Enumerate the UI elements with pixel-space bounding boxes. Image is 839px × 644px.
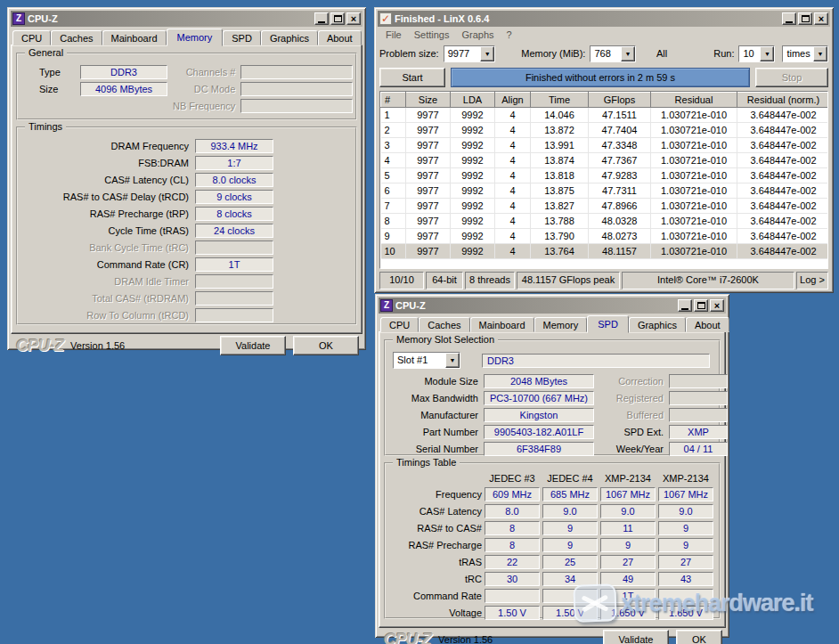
ok-button[interactable]: OK	[293, 336, 359, 355]
col-header[interactable]: LDA	[451, 93, 495, 108]
col-header[interactable]: Residual (norm.)	[737, 93, 829, 108]
validate-button[interactable]: Validate	[603, 630, 669, 644]
run-unit-select[interactable]: times ▼	[782, 45, 828, 62]
field-label: Type	[39, 67, 75, 77]
table-cell: 9977	[406, 183, 451, 199]
chevron-down-icon[interactable]: ▼	[621, 46, 635, 61]
minimize-button[interactable]	[314, 12, 329, 25]
close-button[interactable]: ×	[814, 12, 828, 25]
timings-table-group: Timings Table JEDEC #3JEDEC #4XMP-2134XM…	[384, 462, 721, 619]
col-header[interactable]: GFlops	[589, 93, 651, 108]
tab-caches[interactable]: Caches	[419, 317, 469, 332]
tab-spd[interactable]: SPD	[223, 30, 261, 45]
table-cell: 4	[495, 229, 531, 244]
menu-?[interactable]: ?	[501, 29, 518, 41]
minimize-button[interactable]	[782, 12, 796, 25]
table-cell: 48.0273	[589, 229, 651, 244]
slot-select[interactable]: Slot #1 ▼	[393, 352, 460, 369]
tab-graphics[interactable]: Graphics	[261, 30, 318, 45]
maximize-button[interactable]	[798, 12, 812, 25]
table-row[interactable]: 1099779992413.76448.11571.030721e-0103.6…	[381, 244, 829, 259]
chevron-down-icon[interactable]: ▼	[760, 46, 774, 61]
problem-size-select[interactable]: 9977 ▼	[444, 45, 496, 62]
start-button[interactable]: Start	[379, 68, 445, 87]
table-row[interactable]: 199779992414.04647.15111.030721e-0103.64…	[381, 108, 829, 123]
table-cell: 4	[495, 183, 531, 199]
tab-graphics[interactable]: Graphics	[629, 317, 686, 332]
table-row[interactable]: 799779992413.82747.89661.030721e-0103.64…	[381, 199, 829, 214]
col-header[interactable]: Residual	[651, 93, 737, 108]
timings-row-label: Voltage	[391, 607, 482, 618]
tab-memory[interactable]: Memory	[534, 317, 588, 332]
table-row[interactable]: 599779992413.81847.92831.030721e-0103.64…	[381, 168, 829, 183]
titlebar[interactable]: Z CPU-Z ×	[379, 298, 726, 314]
version-label: Version 1.56	[438, 634, 493, 644]
menu-settings[interactable]: Settings	[408, 29, 456, 41]
chevron-down-icon[interactable]: ▼	[813, 46, 827, 61]
timings-value: 685 MHz	[542, 487, 598, 501]
timings-value	[542, 589, 598, 603]
run-count-select[interactable]: 10 ▼	[738, 45, 775, 62]
tab-mainboard[interactable]: Mainboard	[470, 317, 534, 332]
maximize-button[interactable]	[330, 12, 345, 25]
problem-size-label: Problem size:	[379, 48, 439, 59]
table-cell: 3.648447e-002	[737, 229, 829, 244]
timings-row-label: RAS# Precharge	[391, 540, 482, 550]
ok-button[interactable]: OK	[676, 630, 722, 644]
close-button[interactable]: ×	[346, 12, 361, 25]
field-value: 24 clocks	[195, 224, 273, 238]
table-cell: 9	[381, 229, 406, 244]
minimize-button[interactable]	[678, 299, 692, 312]
tab-cpu[interactable]: CPU	[380, 317, 419, 332]
cpuz-app-icon: Z	[12, 12, 25, 25]
log-button[interactable]: Log >	[796, 272, 828, 289]
tab-spd[interactable]: SPD	[587, 315, 629, 333]
tab-cpu[interactable]: CPU	[12, 30, 51, 45]
window-title: CPU-Z	[28, 13, 312, 24]
memory-select[interactable]: 768 ▼	[590, 45, 636, 62]
menu-file[interactable]: File	[379, 29, 408, 41]
field-label: Channels #	[173, 67, 235, 77]
table-row[interactable]: 499779992413.87447.73671.030721e-0103.64…	[381, 153, 829, 168]
table-cell: 1.030721e-010	[651, 199, 737, 214]
table-row[interactable]: 699779992413.87547.73111.030721e-0103.64…	[381, 183, 829, 199]
timings-value: 8	[485, 538, 540, 552]
tab-caches[interactable]: Caches	[51, 30, 102, 45]
col-header[interactable]: Time	[531, 93, 589, 108]
maximize-button[interactable]	[694, 299, 708, 312]
table-cell: 2	[381, 123, 406, 138]
cpuz-memory-window: Z CPU-Z × CPUCachesMainboardMemorySPDGra…	[7, 7, 366, 350]
menu-graphs[interactable]: Graphs	[455, 29, 500, 41]
field-value	[669, 374, 728, 388]
validate-button[interactable]: Validate	[220, 336, 286, 355]
tab-about[interactable]: About	[318, 30, 362, 45]
status-segment: 8 threads	[465, 272, 515, 289]
table-row[interactable]: 999779992413.79048.02731.030721e-0103.64…	[381, 229, 829, 244]
run-count-value: 10	[739, 46, 760, 61]
titlebar[interactable]: ✓ Finished - LinX 0.6.4 ×	[378, 11, 830, 27]
table-cell: 1.030721e-010	[651, 229, 737, 244]
table-row[interactable]: 399779992413.99147.33481.030721e-0103.64…	[381, 138, 829, 153]
timings-col-header: JEDEC #3	[485, 473, 540, 485]
chevron-down-icon[interactable]: ▼	[445, 353, 460, 368]
table-cell: 13.818	[531, 168, 589, 183]
table-cell: 13.874	[531, 153, 589, 168]
table-row[interactable]: 299779992413.87247.74041.030721e-0103.64…	[381, 123, 829, 138]
table-cell: 9992	[451, 153, 495, 168]
col-header[interactable]: Size	[406, 93, 451, 108]
col-header[interactable]: Align	[495, 93, 531, 108]
close-button[interactable]: ×	[710, 299, 724, 312]
field-value: Kingston	[484, 408, 594, 422]
tab-memory[interactable]: Memory	[167, 29, 224, 46]
col-header[interactable]: #	[381, 93, 406, 108]
table-row[interactable]: 899779992413.78848.03281.030721e-0103.64…	[381, 214, 829, 229]
table-cell: 1.030721e-010	[651, 183, 737, 199]
titlebar[interactable]: Z CPU-Z ×	[11, 11, 362, 27]
tab-about[interactable]: About	[686, 317, 729, 332]
chevron-down-icon[interactable]: ▼	[480, 46, 494, 61]
caption-buttons: ×	[678, 299, 724, 312]
field-label: Manufacturer	[393, 410, 478, 420]
tab-mainboard[interactable]: Mainboard	[102, 30, 167, 45]
timings-value: 11	[600, 521, 656, 535]
table-cell: 9992	[451, 199, 495, 214]
